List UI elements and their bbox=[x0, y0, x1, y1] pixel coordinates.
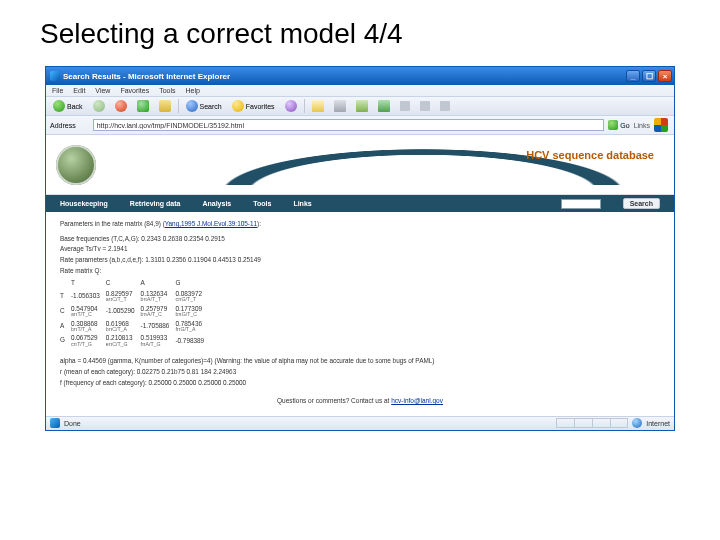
minimize-button[interactable]: _ bbox=[626, 70, 640, 82]
menu-edit[interactable]: Edit bbox=[73, 87, 85, 94]
links-button[interactable]: Links bbox=[634, 122, 650, 129]
maximize-button[interactable]: ☐ bbox=[642, 70, 656, 82]
r-mean-line: r (mean of each category): 0.02275 0.21b… bbox=[60, 368, 660, 377]
q-val: -1.705886 bbox=[141, 322, 170, 329]
extra-button-3[interactable] bbox=[437, 100, 453, 112]
nav-tools[interactable]: Tools bbox=[253, 200, 271, 207]
q-sub: aπT/T_C bbox=[71, 312, 100, 317]
q-sub: fπA/T_G bbox=[141, 342, 170, 347]
alpha-line: alpha = 0.44569 (gamma, K(number of cate… bbox=[60, 357, 660, 366]
favorites-icon bbox=[232, 100, 244, 112]
ie-app-icon bbox=[50, 71, 60, 81]
address-input[interactable] bbox=[93, 119, 605, 131]
freq-category-line: f (frequency of each category): 0.25000 … bbox=[60, 379, 660, 388]
params-line: Parameters in the rate matrix (84,9) (Ya… bbox=[60, 220, 660, 229]
forward-button[interactable] bbox=[90, 99, 108, 113]
base-frequencies: Base frequencies (T,C,A,G): 0.2343 0.263… bbox=[60, 235, 660, 244]
history-icon bbox=[285, 100, 297, 112]
back-button[interactable]: Back bbox=[50, 99, 86, 113]
site-nav: Housekeeping Retrieving data Analysis To… bbox=[46, 195, 674, 212]
menu-view[interactable]: View bbox=[95, 87, 110, 94]
nav-links[interactable]: Links bbox=[293, 200, 311, 207]
page-footer: Questions or comments? Contact us at hcv… bbox=[60, 389, 660, 410]
nav-analysis[interactable]: Analysis bbox=[202, 200, 231, 207]
toolbar: Back Search Favorites bbox=[46, 96, 674, 116]
back-icon bbox=[53, 100, 65, 112]
q-col-A: A bbox=[141, 278, 176, 289]
q-sub: bπT/T_A bbox=[71, 327, 100, 332]
go-label: Go bbox=[620, 122, 629, 129]
params-citation-link[interactable]: Yang,1995 J.Mol.Evol.39:105-11 bbox=[165, 220, 257, 227]
q-sub: fπG/T_A bbox=[175, 327, 204, 332]
edit-button[interactable] bbox=[353, 99, 371, 113]
mail-icon bbox=[312, 100, 324, 112]
extra-icon bbox=[400, 101, 410, 111]
extra-button-2[interactable] bbox=[417, 100, 433, 112]
ie-page-icon bbox=[80, 121, 89, 130]
back-label: Back bbox=[67, 103, 83, 110]
stop-button[interactable] bbox=[112, 99, 130, 113]
window-title: Search Results - Microsoft Internet Expl… bbox=[63, 72, 623, 81]
virus-logo-icon bbox=[56, 145, 96, 185]
go-button[interactable]: Go bbox=[608, 120, 629, 130]
windows-logo-icon bbox=[654, 118, 668, 132]
forward-icon bbox=[93, 100, 105, 112]
home-button[interactable] bbox=[156, 99, 174, 113]
nav-housekeeping[interactable]: Housekeeping bbox=[60, 200, 108, 207]
title-bar[interactable]: Search Results - Microsoft Internet Expl… bbox=[46, 67, 674, 85]
search-label: Search bbox=[200, 103, 222, 110]
toolbar-separator bbox=[178, 99, 179, 113]
address-bar: Address Go Links bbox=[46, 116, 674, 135]
favorites-label: Favorites bbox=[246, 103, 275, 110]
footer-prefix: Questions or comments? Contact us at bbox=[277, 397, 391, 404]
print-icon bbox=[334, 100, 346, 112]
refresh-icon bbox=[137, 100, 149, 112]
q-val: -1.056303 bbox=[71, 292, 100, 299]
q-row-T: T -1.056303 0.829597aπC/T_T 0.132634bπA/… bbox=[60, 289, 210, 304]
refresh-button[interactable] bbox=[134, 99, 152, 113]
q-row-label: A bbox=[60, 319, 71, 334]
site-title: HCV sequence database bbox=[526, 149, 654, 161]
extra-icon bbox=[420, 101, 430, 111]
messenger-icon bbox=[378, 100, 390, 112]
slide-title: Selecting a correct model 4/4 bbox=[0, 0, 720, 58]
menu-favorites[interactable]: Favorites bbox=[120, 87, 149, 94]
stop-icon bbox=[115, 100, 127, 112]
q-sub: bπG/T_C bbox=[175, 312, 204, 317]
close-button[interactable]: × bbox=[658, 70, 672, 82]
menu-help[interactable]: Help bbox=[186, 87, 200, 94]
search-button[interactable]: Search bbox=[183, 99, 225, 113]
q-sub: bπA/T_T bbox=[141, 297, 170, 302]
history-button[interactable] bbox=[282, 99, 300, 113]
messenger-button[interactable] bbox=[375, 99, 393, 113]
nav-search-button[interactable]: Search bbox=[623, 198, 660, 209]
contact-email-link[interactable]: hcv-info@lanl.gov bbox=[391, 397, 443, 404]
q-row-A: A 0.308868bπT/T_A 0.61968bπC/T_A -1.7058… bbox=[60, 319, 210, 334]
status-done: Done bbox=[64, 420, 81, 427]
status-page-icon bbox=[50, 418, 60, 428]
rate-matrix-label: Rate matrix Q: bbox=[60, 267, 660, 276]
edit-icon bbox=[356, 100, 368, 112]
rate-parameters: Rate parameters (a,b,c,d,e,f): 1.3101 0.… bbox=[60, 256, 660, 265]
print-button[interactable] bbox=[331, 99, 349, 113]
menu-tools[interactable]: Tools bbox=[159, 87, 175, 94]
q-val: -0.798389 bbox=[175, 337, 204, 344]
extra-button-1[interactable] bbox=[397, 100, 413, 112]
q-row-label: G bbox=[60, 333, 71, 348]
q-sub: eπC/T_G bbox=[106, 342, 135, 347]
favorites-button[interactable]: Favorites bbox=[229, 99, 278, 113]
q-col-G: G bbox=[175, 278, 210, 289]
zone-label: Internet bbox=[646, 420, 670, 427]
internet-zone-icon bbox=[632, 418, 642, 428]
search-icon bbox=[186, 100, 198, 112]
q-row-label: T bbox=[60, 289, 71, 304]
mail-button[interactable] bbox=[309, 99, 327, 113]
home-icon bbox=[159, 100, 171, 112]
q-col-T: T bbox=[71, 278, 106, 289]
nav-search-input[interactable] bbox=[561, 199, 601, 209]
nav-retrieving[interactable]: Retrieving data bbox=[130, 200, 181, 207]
page-content: HCV sequence database Housekeeping Retri… bbox=[46, 135, 674, 416]
q-sub: cπG/T_T bbox=[175, 297, 204, 302]
q-col-C: C bbox=[106, 278, 141, 289]
menu-file[interactable]: File bbox=[52, 87, 63, 94]
